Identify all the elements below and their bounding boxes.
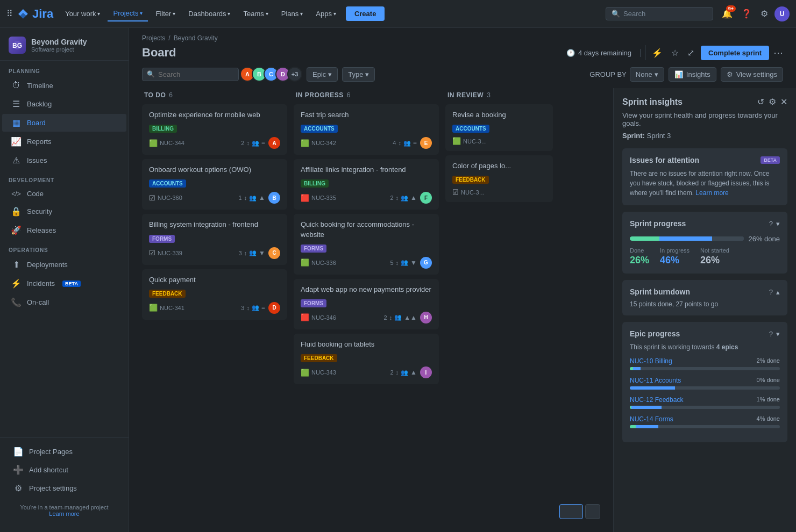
column-inreview: IN REVIEW 3 Revise a booking ACCOUNTS 🟩 … bbox=[445, 88, 553, 523]
group-by-select[interactable]: None ▾ bbox=[630, 67, 664, 82]
table-row[interactable]: Quick booking for accommodations - websi… bbox=[294, 214, 439, 274]
board-pagination bbox=[559, 88, 600, 523]
ip-sprint: Sprint: Sprint 3 bbox=[622, 132, 787, 140]
sidebar-item-add-shortcut[interactable]: ➕ Add shortcut bbox=[4, 461, 124, 479]
epic-forms-name[interactable]: NUC-14 Forms bbox=[630, 415, 673, 423]
card-id: NUC-339 bbox=[158, 250, 182, 256]
sidebar-item-code[interactable]: </> Code bbox=[2, 186, 126, 202]
epic-accounts-bar bbox=[630, 386, 780, 390]
view-settings-button[interactable]: ⚙ View settings bbox=[721, 67, 783, 82]
nav-filter[interactable]: Filter▾ bbox=[150, 6, 181, 21]
sidebar-item-releases[interactable]: 🚀 Releases bbox=[2, 221, 126, 239]
expand-icon[interactable]: ⤢ bbox=[685, 46, 696, 60]
story-pts: 3 bbox=[241, 305, 244, 311]
help-icon[interactable]: ? bbox=[769, 330, 773, 338]
sidebar-item-project-settings[interactable]: ⚙ Project settings bbox=[4, 479, 124, 497]
help-icon[interactable]: ? bbox=[769, 220, 773, 228]
epic-billing-name[interactable]: NUC-10 Billing bbox=[630, 357, 672, 365]
table-row[interactable]: Onboard workout options (OWO) ACCOUNTS ☑… bbox=[142, 159, 287, 210]
sprint-progress-collapse[interactable]: ▾ bbox=[776, 220, 780, 228]
table-row[interactable]: Fast trip search ACCOUNTS 🟩 NUC-342 4 ↕ bbox=[294, 104, 439, 155]
sidebar-item-backlog[interactable]: ☰ Backlog bbox=[2, 95, 126, 113]
table-row[interactable]: Adapt web app no new payments provider F… bbox=[294, 279, 439, 329]
nav-projects[interactable]: Projects▾ bbox=[108, 6, 148, 21]
sidebar-project[interactable]: BG Beyond Gravity Software project bbox=[0, 28, 129, 61]
learn-more-link[interactable]: Learn more bbox=[49, 511, 79, 517]
releases-icon: 🚀 bbox=[11, 225, 22, 235]
global-search[interactable]: 🔍 bbox=[606, 7, 713, 20]
table-row[interactable]: Affiliate links integration - frontend B… bbox=[294, 159, 439, 210]
sidebar-item-deployments[interactable]: ⬆ Deployments bbox=[2, 256, 126, 274]
group-by: GROUP BY None ▾ bbox=[589, 67, 664, 82]
breadcrumb-projects[interactable]: Projects bbox=[142, 34, 165, 42]
page-btn-1[interactable] bbox=[559, 504, 583, 519]
sidebar-item-incidents[interactable]: ⚡ Incidents BETA bbox=[2, 275, 126, 292]
sprint-burndown-expand[interactable]: ▴ bbox=[776, 288, 780, 296]
sidebar-item-board[interactable]: ▦ Board bbox=[2, 114, 126, 132]
search-input[interactable] bbox=[623, 10, 699, 18]
table-row[interactable]: Optimize experience for mobile web BILLI… bbox=[142, 104, 287, 155]
epic-progress-collapse[interactable]: ▾ bbox=[776, 330, 780, 338]
help-button[interactable]: ❓ bbox=[739, 6, 754, 21]
issues-attention-learn-more[interactable]: Learn more bbox=[695, 189, 728, 197]
help-icon[interactable]: ? bbox=[769, 288, 773, 296]
sidebar-item-oncall[interactable]: 📞 On-call bbox=[2, 293, 126, 311]
card-id: NUC-346 bbox=[311, 314, 336, 321]
board-search[interactable]: 🔍 bbox=[142, 68, 239, 81]
sidebar-item-project-pages[interactable]: 📄 Project Pages bbox=[4, 443, 124, 461]
story-pts: 2 bbox=[384, 314, 387, 321]
sidebar-footer: 📄 Project Pages ➕ Add shortcut ⚙ Project… bbox=[0, 437, 129, 523]
more-options-button[interactable]: ⋯ bbox=[773, 47, 783, 59]
settings-button[interactable]: ⚙ bbox=[758, 6, 770, 21]
add-shortcut-label: Add shortcut bbox=[29, 466, 68, 474]
card-footer: ☑ NUC-339 3 ↕ 👥 ▼ C bbox=[149, 247, 280, 259]
avatar: B bbox=[268, 192, 280, 204]
close-icon[interactable]: ✕ bbox=[780, 97, 787, 107]
nav-teams[interactable]: Teams▾ bbox=[238, 6, 273, 21]
nav-apps[interactable]: Apps▾ bbox=[310, 6, 342, 21]
table-row[interactable]: Color of pages lo... FEEDBACK ☑ NUC-3… bbox=[445, 155, 553, 202]
nav-your-work[interactable]: Your work▾ bbox=[60, 6, 105, 21]
insights-button[interactable]: 📊 Insights bbox=[669, 67, 716, 82]
user-avatar[interactable]: U bbox=[774, 6, 790, 21]
main-content: Projects / Beyond Gravity Board 🕐 4 days… bbox=[129, 28, 796, 532]
people-icon: 👥 bbox=[249, 195, 257, 202]
nav-dashboards[interactable]: Dashboards▾ bbox=[183, 6, 236, 21]
breadcrumb-project[interactable]: Beyond Gravity bbox=[174, 34, 218, 42]
board-search-input[interactable] bbox=[158, 70, 223, 78]
sidebar-item-issues[interactable]: ⚠ Issues bbox=[2, 152, 126, 169]
page-btn-2[interactable] bbox=[585, 504, 600, 519]
avatar-more[interactable]: +3 bbox=[287, 67, 302, 82]
epic-feedback-name[interactable]: NUC-12 Feedback bbox=[630, 396, 683, 404]
epic-billing-bar bbox=[630, 367, 780, 370]
lightning-icon[interactable]: ⚡ bbox=[650, 46, 665, 60]
table-row[interactable]: Fluid booking on tablets FEEDBACK 🟩 NUC-… bbox=[294, 334, 439, 384]
epic-progress-section: Epic progress ? ▾ This sprint is working… bbox=[622, 322, 787, 442]
type-filter[interactable]: Type ▾ bbox=[342, 67, 375, 82]
card-id: NUC-344 bbox=[160, 140, 184, 146]
incidents-icon: ⚡ bbox=[11, 278, 22, 289]
table-row[interactable]: Revise a booking ACCOUNTS 🟩 NUC-3… bbox=[445, 104, 553, 151]
refresh-icon[interactable]: ↺ bbox=[757, 97, 764, 107]
sidebar-item-security[interactable]: 🔒 Security bbox=[2, 203, 126, 220]
sidebar-item-reports[interactable]: 📈 Reports bbox=[2, 133, 126, 150]
grid-icon[interactable]: ⠿ bbox=[6, 9, 13, 19]
notifications-button[interactable]: 🔔 9+ bbox=[720, 6, 735, 21]
create-button[interactable]: Create bbox=[346, 6, 385, 21]
card-id: NUC-3… bbox=[461, 189, 485, 196]
complete-sprint-button[interactable]: Complete sprint bbox=[701, 46, 769, 60]
table-row[interactable]: Billing system integration - frontend FO… bbox=[142, 214, 287, 264]
jira-logo[interactable]: Jira bbox=[17, 7, 53, 21]
sidebar-item-timeline[interactable]: ⏱ Timeline bbox=[2, 77, 126, 94]
search-icon: 🔍 bbox=[612, 10, 620, 18]
epic-accounts-name[interactable]: NUC-11 Accounts bbox=[630, 377, 681, 384]
epic-filter[interactable]: Epic ▾ bbox=[307, 67, 338, 82]
avatar: A bbox=[268, 137, 280, 149]
star-icon[interactable]: ☆ bbox=[669, 46, 681, 60]
nav-plans[interactable]: Plans▾ bbox=[276, 6, 309, 21]
progress-bar bbox=[630, 236, 744, 241]
settings-icon[interactable]: ⚙ bbox=[769, 97, 776, 107]
epic-forms-bar-prog bbox=[636, 425, 658, 428]
notification-badge: 9+ bbox=[726, 5, 736, 12]
table-row[interactable]: Quick payment FEEDBACK 🟩 NUC-341 3 ↕ bbox=[142, 269, 287, 320]
